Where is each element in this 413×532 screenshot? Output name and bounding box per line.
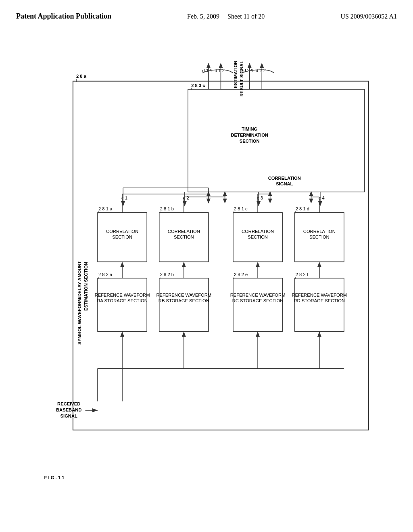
- svg-text:CORRELATION: CORRELATION: [168, 229, 200, 234]
- svg-text:CORRELATION: CORRELATION: [242, 229, 274, 234]
- svg-text:2 8 2 e: 2 8 2 e: [234, 272, 248, 277]
- svg-text:SECTION: SECTION: [309, 235, 330, 239]
- svg-rect-0: [73, 81, 369, 430]
- svg-text:REFERENCE WAVEFORM: REFERENCE WAVEFORM: [292, 293, 347, 297]
- svg-text:2 8 2 a: 2 8 2 a: [98, 272, 113, 277]
- svg-text:d 2 2: d 2 2: [256, 68, 266, 73]
- svg-text:SECTION: SECTION: [112, 235, 132, 239]
- diagram-svg: 2 8 a 2 8 3 c TIMING DETERMINATION SECTI…: [24, 48, 397, 500]
- publication-title: Patent Application Publication: [16, 11, 111, 21]
- svg-marker-89: [317, 262, 321, 267]
- svg-text:RC STORAGE SECTION: RC STORAGE SECTION: [232, 298, 284, 303]
- svg-marker-98: [317, 332, 321, 337]
- svg-text:SYMBOL WAVEFORM/DELAY AMOUNT: SYMBOL WAVEFORM/DELAY AMOUNT: [77, 261, 82, 345]
- svg-marker-32: [183, 201, 187, 206]
- svg-marker-20: [248, 63, 252, 68]
- svg-rect-71: [233, 278, 282, 331]
- svg-text:2 8 2 f: 2 8 2 f: [296, 272, 309, 277]
- svg-text:RA STORAGE SECTION: RA STORAGE SECTION: [97, 298, 147, 303]
- svg-text:SECTION: SECTION: [174, 235, 194, 239]
- svg-text:SIGNAL: SIGNAL: [60, 414, 77, 418]
- svg-marker-65: [182, 262, 186, 267]
- svg-text:SECTION: SECTION: [240, 139, 260, 143]
- svg-marker-17: [219, 63, 223, 68]
- page-header: Patent Application Publication Feb. 5, 2…: [0, 0, 413, 26]
- publication-date: Feb. 5, 2009: [187, 13, 219, 20]
- svg-text:REFERENCE WAVEFORM: REFERENCE WAVEFORM: [156, 293, 211, 297]
- svg-text:RECEIVED: RECEIVED: [57, 401, 80, 406]
- svg-text:BASEBAND: BASEBAND: [56, 407, 81, 412]
- svg-text:CORRELATION: CORRELATION: [303, 229, 336, 234]
- svg-text:REFERENCE WAVEFORM: REFERENCE WAVEFORM: [230, 293, 286, 297]
- svg-text:F I G . 1 1: F I G . 1 1: [44, 475, 65, 480]
- svg-marker-35: [257, 201, 261, 206]
- figure-area: 2 8 a 2 8 3 c TIMING DETERMINATION SECTI…: [24, 48, 397, 500]
- svg-marker-129: [309, 199, 313, 204]
- svg-marker-96: [256, 332, 260, 337]
- svg-marker-14: [206, 63, 211, 68]
- svg-marker-53: [120, 262, 124, 267]
- svg-text:CORRELATION: CORRELATION: [268, 176, 301, 181]
- svg-text:RB STORAGE SECTION: RB STORAGE SECTION: [159, 298, 209, 303]
- svg-text:2 8 a: 2 8 a: [76, 74, 87, 79]
- svg-rect-83: [295, 278, 344, 331]
- svg-text:2 8 1 b: 2 8 1 b: [160, 206, 174, 211]
- svg-marker-38: [318, 201, 322, 206]
- sheet-info: Sheet 11 of 20: [227, 13, 265, 20]
- svg-text:d 1 2: d 1 2: [215, 68, 225, 73]
- svg-text:ESTIMATION: ESTIMATION: [233, 61, 238, 88]
- svg-marker-105: [92, 408, 98, 412]
- svg-text:RD STORAGE SECTION: RD STORAGE SECTION: [294, 298, 345, 303]
- svg-text:SECTION: SECTION: [248, 235, 268, 239]
- svg-marker-29: [121, 201, 125, 206]
- svg-marker-123: [206, 199, 211, 204]
- svg-marker-94: [182, 332, 186, 337]
- svg-rect-47: [98, 278, 147, 331]
- svg-text:DETERMINATION: DETERMINATION: [231, 133, 268, 137]
- svg-text:CORRELATION: CORRELATION: [106, 229, 138, 234]
- svg-text:RESULT SIGNAL: RESULT SIGNAL: [239, 60, 244, 96]
- svg-marker-125: [223, 199, 227, 204]
- svg-marker-127: [268, 199, 272, 204]
- svg-rect-59: [159, 278, 209, 331]
- svg-marker-77: [256, 262, 260, 267]
- svg-text:2 8 1 c: 2 8 1 c: [234, 206, 248, 211]
- svg-marker-92: [120, 332, 124, 337]
- svg-text:REFERENCE WAVEFORM: REFERENCE WAVEFORM: [95, 293, 150, 297]
- svg-text:2 8 1 a: 2 8 1 a: [98, 206, 113, 211]
- patent-number: US 2009/0036052 A1: [340, 11, 397, 22]
- svg-text:2 8 1 d: 2 8 1 d: [296, 206, 309, 211]
- header-center: Feb. 5, 2009 Sheet 11 of 20: [187, 11, 265, 22]
- svg-text:TIMING: TIMING: [242, 127, 257, 131]
- svg-text:SIGNAL: SIGNAL: [276, 181, 293, 186]
- svg-marker-23: [260, 63, 264, 68]
- svg-text:2 8 3 c: 2 8 3 c: [191, 83, 205, 88]
- svg-text:ESTIMATION SECTION: ESTIMATION SECTION: [83, 262, 88, 311]
- svg-text:2 8 2 b: 2 8 2 b: [160, 272, 174, 277]
